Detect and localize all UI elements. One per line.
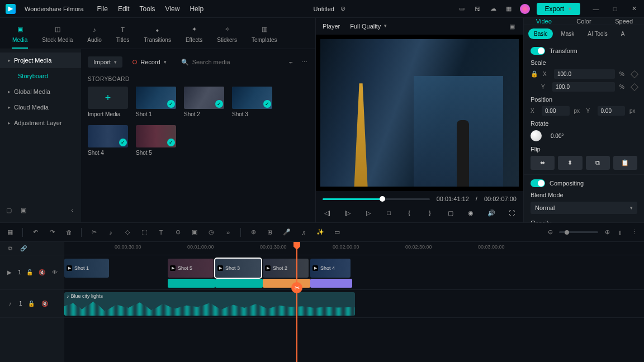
mic-icon[interactable]: 🎤 [282,228,291,237]
flip-paste-button[interactable]: 📋 [613,156,637,170]
device-icon[interactable]: ▭ [457,4,466,13]
fullscreen-button[interactable]: ⛶ [507,208,517,218]
text-button[interactable]: T [157,228,165,237]
step-back-button[interactable]: |▷ [343,208,353,218]
timer-button[interactable]: ◷ [207,228,216,237]
blend-mode-select[interactable]: Normal▾ [531,202,637,214]
thumb-shot-1[interactable]: ✓Shot 1 [136,87,176,117]
thumb-shot-2[interactable]: ✓Shot 2 [184,87,224,117]
filter-icon[interactable]: ⫟ [286,58,295,66]
compositing-toggle[interactable] [531,179,545,187]
user-avatar[interactable] [520,4,530,14]
thumb-shot-5[interactable]: ✓Shot 5 [136,125,176,156]
zoom-in-button[interactable]: ⊕ [603,228,612,237]
flip-h-button[interactable]: ⬌ [531,156,555,170]
close-button[interactable]: ✕ [629,4,638,13]
playhead[interactable]: ✂ [296,242,297,362]
rotate-value[interactable]: 0.00° [551,133,564,139]
cloud-icon[interactable]: ☁ [489,4,498,13]
track-visible-icon[interactable]: 👁 [51,268,59,277]
tab-media[interactable]: ▣Media [7,22,33,45]
menu-tools[interactable]: Tools [140,5,155,13]
save-icon[interactable]: 🖫 [473,4,482,13]
link-icon[interactable]: 🔗 [19,244,28,253]
cut-indicator-icon[interactable]: ✂ [291,282,302,293]
flip-copy-button[interactable]: ⧉ [586,156,610,170]
sidebar-adjustment-layer[interactable]: ▸Adjustment Layer [0,115,81,131]
scale-x-keyframe[interactable] [631,70,638,78]
scale-y-keyframe[interactable] [631,83,638,90]
marker-button[interactable]: ◇ [123,228,132,237]
search-input[interactable] [192,59,277,65]
preview-viewport[interactable] [316,35,523,191]
more-tools-button[interactable]: » [224,228,233,237]
prev-frame-button[interactable]: ◁| [323,208,332,218]
zoom-fit-button[interactable]: ⫿ [616,228,625,237]
thumb-shot-3[interactable]: ✓Shot 3 [232,87,272,117]
minimize-button[interactable]: — [591,4,600,13]
clip-shot-4[interactable]: ▶Shot 4 [310,259,351,278]
scale-x-input[interactable]: 100.0 [554,69,615,79]
menu-view[interactable]: View [165,5,180,13]
video-track[interactable]: ▶Shot 1 ▶Shot 5 ▶Shot 3 ▶Shot 2 ▶Shot 4 [64,255,644,290]
menu-file[interactable]: File [97,5,108,13]
audio-mute-icon[interactable]: 🔇 [40,299,49,308]
subtab-basic[interactable]: Basic [528,28,553,39]
display-button[interactable]: ▢ [446,208,455,218]
fx-bar-4[interactable] [310,279,352,288]
ai-icon[interactable]: ✨ [316,228,325,237]
snapshot-icon[interactable]: ▣ [508,22,517,31]
export-button[interactable]: Export▼ [537,3,580,15]
lock-icon[interactable]: 🔒 [531,70,538,78]
clip-shot-2[interactable]: ▶Shot 2 [263,259,309,278]
timeline-settings-button[interactable]: ⋮ [629,228,638,237]
scale-y-input[interactable]: 100.0 [552,82,615,92]
audio-clip[interactable]: ♪Blue city lights [64,292,355,316]
folder-add-icon[interactable]: ▣ [19,206,28,215]
search-media[interactable]: 🔍 [177,59,282,66]
sidebar-project-media[interactable]: ▸Project Media [0,53,81,68]
stop-button[interactable]: □ [384,208,394,218]
delete-button[interactable]: 🗑 [64,228,73,237]
undo-button[interactable]: ↶ [31,228,40,237]
audio-lock-icon[interactable]: 🔓 [27,299,36,308]
tab-stickers[interactable]: ✧Stickers [211,22,243,45]
fx-bar-1[interactable] [168,279,215,288]
rtab-speed[interactable]: Speed [604,18,644,25]
rotate-dial[interactable] [531,130,542,141]
sidebar-storyboard[interactable]: Storyboard [0,68,81,84]
rtab-color[interactable]: Color [564,18,604,25]
pos-y-input[interactable]: 0.00 [598,106,626,116]
maximize-button[interactable]: □ [610,4,619,13]
tab-effects[interactable]: ✦Effects [180,22,208,45]
split-button[interactable]: ✂ [89,228,98,237]
shield-icon[interactable]: ⛨ [266,228,274,237]
fx-bar-3[interactable] [263,279,310,288]
redo-button[interactable]: ↷ [48,228,56,237]
zoom-out-button[interactable]: ⊖ [546,228,555,237]
tab-transitions[interactable]: ⬥Transitions [138,22,177,45]
import-media-tile[interactable]: +Import Media [88,87,128,117]
grid-icon[interactable]: ▦ [504,4,513,13]
fx-bar-2[interactable] [215,279,263,288]
audio-track[interactable]: ♪Blue city lights [64,290,644,318]
more-icon[interactable]: ⋯ [300,58,309,66]
zoom-slider[interactable] [559,231,598,233]
record-dropdown[interactable]: Record▾ [127,56,172,68]
audio-detach-button[interactable]: ♪ [106,228,115,237]
track-mute-icon[interactable]: 🔇 [38,268,46,277]
caption-icon[interactable]: ▭ [333,228,342,237]
flip-v-button[interactable]: ⬍ [558,156,582,170]
volume-button[interactable]: 🔊 [487,208,496,218]
clip-shot-1[interactable]: ▶Shot 1 [64,259,109,278]
quality-dropdown[interactable]: Full Quality▾ [350,23,387,30]
pos-x-input[interactable]: 0.00 [542,106,570,116]
sidebar-global-media[interactable]: ▸Global Media [0,84,81,99]
tab-audio[interactable]: ♪Audio [82,22,107,45]
music-note-icon[interactable]: ♬ [299,228,308,237]
layout-icon[interactable]: ▦ [6,228,15,237]
folder-icon[interactable]: ▢ [4,206,13,215]
import-dropdown[interactable]: Import▾ [88,56,122,68]
speed-button[interactable]: ⊙ [173,228,182,237]
track-lock-icon[interactable]: 🔓 [26,268,34,277]
